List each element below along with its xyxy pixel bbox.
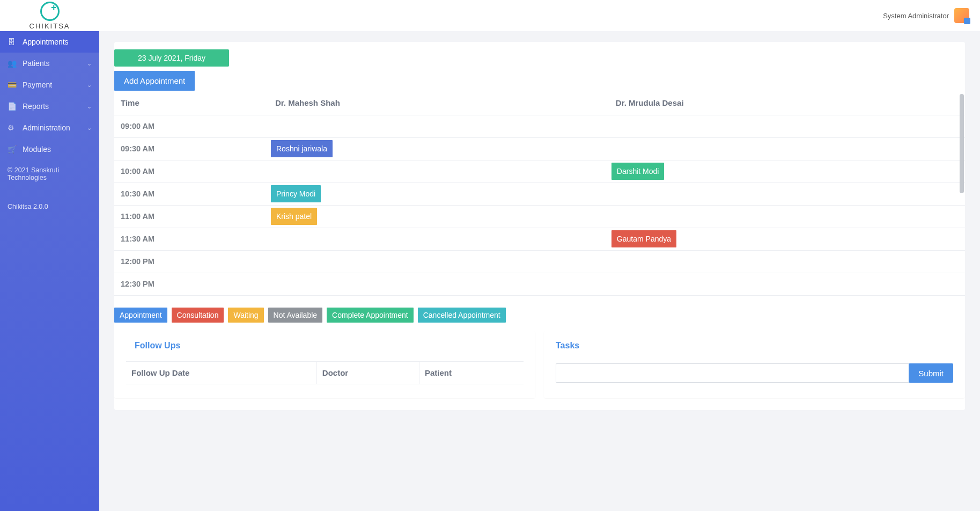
followups-column-header: Patient — [419, 362, 524, 384]
schedule-cell[interactable] — [610, 183, 965, 206]
chevron-down-icon: ⌄ — [87, 103, 92, 110]
task-input[interactable] — [556, 363, 909, 383]
sidebar-item-label: Administration — [23, 123, 70, 132]
schedule-cell[interactable] — [610, 206, 965, 228]
followups-title: Follow Ups — [126, 341, 524, 351]
schedule-cell[interactable]: Darshit Modi — [610, 160, 965, 183]
schedule-scroll[interactable]: TimeDr. Mahesh ShahDr. Mrudula Desai 09:… — [114, 91, 965, 296]
legend-appointment: Appointment — [114, 308, 167, 323]
schedule-cell[interactable]: Gautam Pandya — [610, 228, 965, 251]
schedule-cell[interactable] — [610, 115, 965, 138]
avatar-icon — [954, 8, 969, 23]
app-header: CHIKITSA System Administrator — [0, 0, 980, 31]
tasks-panel: Tasks Submit — [544, 331, 965, 398]
schedule-row: 12:00 PM — [114, 251, 965, 273]
sidebar-item-label: Patients — [23, 59, 50, 68]
sidebar-item-payment[interactable]: 💳Payment⌄ — [0, 74, 99, 96]
tasks-title: Tasks — [556, 341, 953, 351]
version-text: Chikitsa 2.0.0 — [0, 203, 99, 217]
user-menu[interactable]: System Administrator — [883, 8, 969, 23]
time-cell: 10:30 AM — [114, 183, 270, 206]
time-cell: 09:00 AM — [114, 115, 270, 138]
chevron-down-icon: ⌄ — [87, 60, 92, 67]
scrollbar-thumb[interactable] — [960, 94, 964, 193]
legend: AppointmentConsultationWaitingNot Availa… — [114, 308, 965, 323]
logo[interactable]: CHIKITSA — [0, 0, 99, 33]
user-label: System Administrator — [883, 12, 949, 20]
schedule-cell[interactable] — [610, 273, 965, 296]
cart-icon: 🛒 — [8, 145, 17, 154]
schedule-cell[interactable] — [270, 115, 610, 138]
schedule-cell[interactable]: Roshni jariwala — [270, 138, 610, 160]
schedule-cell[interactable] — [610, 138, 965, 160]
followups-table: Follow Up DateDoctorPatient — [126, 361, 524, 384]
card-icon: 💳 — [8, 81, 17, 89]
time-cell: 12:30 PM — [114, 273, 270, 296]
sidebar-item-administration[interactable]: ⚙Administration⌄ — [0, 117, 99, 138]
copyright-text: © 2021 Sanskruti Technologies — [0, 160, 99, 188]
logo-icon — [40, 2, 60, 21]
schedule-row: 09:30 AMRoshni jariwala — [114, 138, 965, 160]
sidebar-item-modules[interactable]: 🛒Modules — [0, 138, 99, 160]
time-cell: 10:00 AM — [114, 160, 270, 183]
sidebar-item-appointments[interactable]: 🗄Appointments — [0, 31, 99, 53]
schedule-column-header: Time — [114, 91, 270, 115]
file-icon: 📄 — [8, 102, 17, 111]
appointment-chip[interactable]: Darshit Modi — [611, 163, 665, 180]
time-cell: 09:30 AM — [114, 138, 270, 160]
schedule-row: 12:30 PM — [114, 273, 965, 296]
schedule-cell[interactable] — [270, 228, 610, 251]
legend-waiting: Waiting — [228, 308, 263, 323]
chevron-down-icon: ⌄ — [87, 125, 92, 132]
time-cell: 11:00 AM — [114, 206, 270, 228]
schedule-column-header: Dr. Mrudula Desai — [610, 91, 965, 115]
followups-column-header: Doctor — [316, 362, 419, 384]
schedule-cell[interactable] — [610, 251, 965, 273]
schedule-cell[interactable] — [270, 251, 610, 273]
schedule-table: TimeDr. Mahesh ShahDr. Mrudula Desai 09:… — [114, 91, 965, 296]
appointment-chip[interactable]: Krish patel — [271, 208, 317, 225]
sidebar-item-label: Appointments — [23, 38, 69, 46]
legend-consultation: Consultation — [172, 308, 224, 323]
legend-not-available: Not Available — [268, 308, 322, 323]
schedule-row: 10:30 AMPrincy Modi — [114, 183, 965, 206]
date-badge[interactable]: 23 July 2021, Friday — [114, 49, 229, 67]
add-appointment-button[interactable]: Add Appointment — [114, 71, 195, 91]
followups-column-header: Follow Up Date — [126, 362, 316, 384]
appointment-chip[interactable]: Gautam Pandya — [611, 230, 676, 247]
time-cell: 12:00 PM — [114, 251, 270, 273]
followups-panel: Follow Ups Follow Up DateDoctorPatient — [114, 331, 535, 398]
schedule-row: 11:00 AMKrish patel — [114, 206, 965, 228]
schedule-cell[interactable]: Princy Modi — [270, 183, 610, 206]
logo-text: CHIKITSA — [30, 22, 70, 30]
schedule-cell[interactable]: Krish patel — [270, 206, 610, 228]
schedule-cell[interactable] — [270, 160, 610, 183]
submit-button[interactable]: Submit — [909, 363, 953, 383]
schedule-column-header: Dr. Mahesh Shah — [270, 91, 610, 115]
time-cell: 11:30 AM — [114, 228, 270, 251]
sidebar: 🗄Appointments👥Patients⌄💳Payment⌄📄Reports… — [0, 31, 99, 511]
appointment-chip[interactable]: Roshni jariwala — [271, 140, 333, 157]
sidebar-item-label: Payment — [23, 81, 52, 89]
schedule-row: 11:30 AMGautam Pandya — [114, 228, 965, 251]
schedule-row: 10:00 AMDarshit Modi — [114, 160, 965, 183]
chevron-down-icon: ⌄ — [87, 82, 92, 89]
schedule-row: 09:00 AM — [114, 115, 965, 138]
appointment-chip[interactable]: Princy Modi — [271, 185, 321, 202]
legend-cancelled-appointment: Cancelled Appointment — [418, 308, 506, 323]
users-icon: 👥 — [8, 59, 17, 68]
sidebar-item-reports[interactable]: 📄Reports⌄ — [0, 96, 99, 117]
sidebar-item-patients[interactable]: 👥Patients⌄ — [0, 53, 99, 74]
gear-icon: ⚙ — [8, 123, 17, 132]
main-content: 23 July 2021, Friday Add Appointment Tim… — [99, 31, 980, 511]
schedule-cell[interactable] — [270, 273, 610, 296]
legend-complete-appointment: Complete Appointment — [327, 308, 414, 323]
sidebar-item-label: Reports — [23, 102, 49, 111]
briefcase-icon: 🗄 — [8, 38, 17, 46]
sidebar-item-label: Modules — [23, 145, 51, 154]
